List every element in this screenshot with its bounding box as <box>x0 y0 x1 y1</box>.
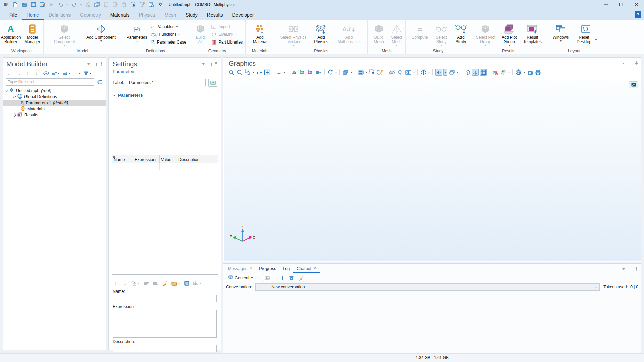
environment-reflections-icon[interactable] <box>515 69 522 76</box>
color-palette-icon[interactable] <box>500 69 507 76</box>
deselect-icon[interactable] <box>139 1 146 8</box>
graphics-canvas[interactable]: z y x <box>224 79 641 261</box>
back-icon[interactable]: ← <box>6 70 12 76</box>
name-input[interactable] <box>113 295 217 302</box>
zoom-in-icon[interactable] <box>228 69 235 76</box>
go-to-yz-view-icon[interactable]: yz <box>299 69 306 76</box>
collapse-chevron-icon[interactable] <box>13 95 16 98</box>
forward-icon[interactable]: → <box>16 70 22 76</box>
hide-objects-icon[interactable] <box>389 69 395 76</box>
add-material-button[interactable]: Add Material <box>248 22 272 44</box>
node-order-button[interactable] <box>74 71 81 76</box>
expression-input[interactable] <box>113 310 217 338</box>
open-file-icon[interactable] <box>21 1 28 8</box>
rename-parameter-icon[interactable] <box>193 281 201 285</box>
conversation-select[interactable]: New conversation <box>255 283 600 291</box>
new-file-icon[interactable] <box>12 1 19 8</box>
sound-dropdown-icon[interactable] <box>443 69 447 76</box>
reset-desktop-button[interactable]: Reset Desktop <box>572 22 599 44</box>
tab-geometry[interactable]: Geometry <box>75 9 105 20</box>
panel-float-icon[interactable] <box>208 63 212 66</box>
functions-button[interactable]: f(x) Functions <box>151 31 186 38</box>
tree-item-global-definitions[interactable]: Global Definitions <box>3 94 106 100</box>
panel-pin-icon[interactable] <box>215 62 217 67</box>
rotate-dropdown-icon[interactable] <box>335 72 337 73</box>
model-manager-button[interactable]: Model Manager <box>22 22 43 44</box>
tree-item-root[interactable]: Untitled.mph (root) <box>3 88 106 94</box>
column-header-description[interactable]: Description <box>177 155 205 163</box>
show-axes-icon[interactable] <box>472 69 479 76</box>
zoom-dropdown-icon[interactable] <box>252 72 254 73</box>
panel-float-icon[interactable] <box>628 62 632 65</box>
visibility-settings-icon[interactable] <box>405 69 412 76</box>
parameters-button[interactable]: Pi Parameters <box>125 22 149 42</box>
go-to-xy-view-icon[interactable]: xy <box>291 69 298 76</box>
view-orientation-icon[interactable] <box>276 69 282 76</box>
panel-menu-icon[interactable] <box>622 63 625 64</box>
print-icon[interactable] <box>535 69 541 76</box>
row-up-icon[interactable]: ↑ <box>113 280 119 286</box>
windows-button[interactable]: Windows <box>550 22 572 42</box>
panel-pin-icon[interactable] <box>635 61 638 66</box>
zoom-out-icon[interactable] <box>236 69 243 76</box>
tab-results[interactable]: Results <box>202 9 228 20</box>
wireframe-dropdown-icon[interactable] <box>428 72 430 73</box>
copy-icon[interactable] <box>93 1 100 8</box>
toolbar-overflow-icon[interactable] <box>157 1 164 8</box>
camera-projection-icon[interactable] <box>315 69 322 76</box>
clear-conversation-broom-icon[interactable] <box>298 275 305 281</box>
filter-button[interactable] <box>84 71 92 76</box>
tab-study[interactable]: Study <box>181 9 202 20</box>
collapse-all-button[interactable] <box>63 71 71 76</box>
tab-messages[interactable]: Messages✕ <box>225 264 256 273</box>
save-as-icon[interactable] <box>39 1 46 8</box>
variables-button[interactable]: a= Variables <box>151 23 186 30</box>
panel-menu-icon[interactable] <box>87 63 90 65</box>
move-down-icon[interactable]: ↓ <box>34 70 40 76</box>
tab-materials[interactable]: Materials <box>106 9 134 20</box>
column-header-expression[interactable]: Expression <box>133 155 160 163</box>
general-mode-button[interactable]: General <box>226 274 255 282</box>
application-builder-button[interactable]: A Application Builder <box>0 22 21 44</box>
show-prompt-button[interactable] <box>263 274 271 282</box>
panel-menu-icon[interactable] <box>202 63 205 65</box>
save-to-file-icon[interactable] <box>184 280 190 286</box>
reset-hiding-icon[interactable] <box>397 69 403 76</box>
parameters-section-header[interactable]: Parameters <box>109 87 221 100</box>
tree-item-results[interactable]: Results <box>3 112 106 118</box>
clear-table-broom-icon[interactable] <box>162 280 168 286</box>
move-up-icon[interactable]: ↑ <box>25 70 31 76</box>
panel-float-icon[interactable] <box>628 268 632 271</box>
part-libraries-button[interactable]: Part Libraries <box>211 39 243 46</box>
deselect-box-icon[interactable] <box>377 69 384 76</box>
row-down-icon[interactable]: ↓ <box>122 280 128 286</box>
add-component-button[interactable]: Add Component <box>84 22 118 42</box>
expand-chevron-icon[interactable] <box>13 113 16 117</box>
wireframe-icon[interactable] <box>420 69 427 76</box>
select-icon[interactable] <box>130 1 137 8</box>
panel-pin-icon[interactable] <box>635 267 638 272</box>
transparency-dropdown-icon[interactable] <box>457 72 459 73</box>
new-conversation-icon[interactable] <box>279 275 286 281</box>
panel-pin-icon[interactable] <box>100 62 103 67</box>
undo-icon[interactable] <box>57 1 64 8</box>
scene-light-icon[interactable] <box>492 69 499 76</box>
go-to-xz-view-icon[interactable]: xz <box>307 69 314 76</box>
environment-dropdown-icon[interactable] <box>523 72 525 73</box>
expand-all-button[interactable] <box>52 71 60 76</box>
refresh-filter-icon[interactable] <box>96 79 103 85</box>
view-orientation-dropdown-icon[interactable] <box>284 72 286 73</box>
tab-definitions[interactable]: Definitions <box>44 9 75 20</box>
empty-table-row[interactable] <box>112 163 218 170</box>
add-study-button[interactable]: Add Study <box>452 22 470 44</box>
sound-icon[interactable] <box>435 69 442 76</box>
tab-log[interactable]: Log <box>279 264 293 273</box>
load-from-file-icon[interactable] <box>171 281 180 286</box>
image-settings-dropdown-icon[interactable] <box>365 72 367 73</box>
visibility-dropdown-icon[interactable] <box>413 72 415 73</box>
image-snapshot-settings-icon[interactable] <box>357 69 364 76</box>
redo-dropdown-icon[interactable] <box>80 4 82 5</box>
redo-icon[interactable] <box>71 1 78 8</box>
close-button[interactable] <box>629 0 644 9</box>
add-physics-button[interactable]: Add Physics <box>310 22 333 44</box>
